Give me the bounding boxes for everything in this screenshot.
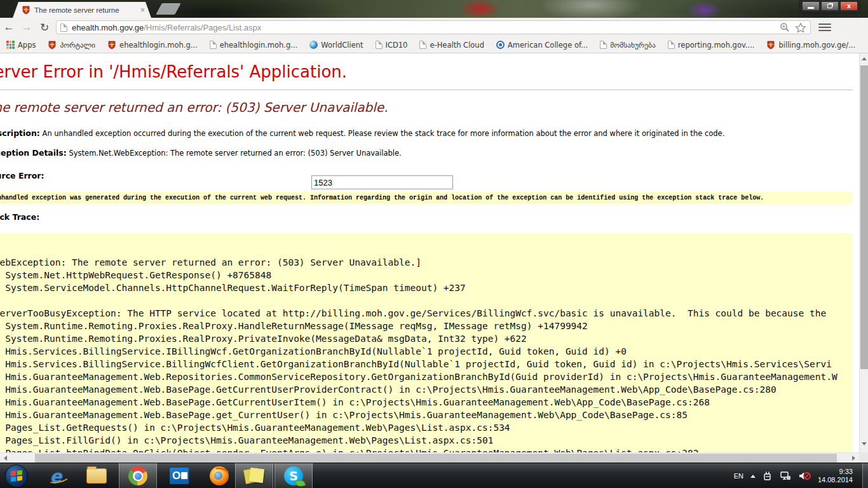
bookmark-label: American College of... xyxy=(508,41,588,50)
taskbar-chrome[interactable] xyxy=(119,463,157,488)
show-hidden-icons-button[interactable] xyxy=(750,475,756,478)
bookmark-worldclient[interactable]: WorldClient xyxy=(309,41,363,50)
sticky-notes-icon xyxy=(245,467,264,485)
apps-grid-icon xyxy=(6,41,15,49)
crest-icon xyxy=(48,41,57,50)
source-error-label: Source Error: xyxy=(0,171,44,180)
description-label: Description: xyxy=(0,128,40,138)
bookmark-star-icon[interactable] xyxy=(795,22,806,33)
error-subtitle: The remote server returned an error: (50… xyxy=(0,100,853,115)
start-button[interactable] xyxy=(5,464,28,487)
zoom-icon[interactable] xyxy=(780,22,790,32)
taskbar-skype[interactable]: S xyxy=(275,463,313,488)
address-bar[interactable]: ehealth.moh.gov.ge/Hmis/Referrals/Pages/… xyxy=(56,20,811,34)
bookmark-label: billing.moh.gov.ge/... xyxy=(778,41,855,50)
start-orb-icon xyxy=(11,470,22,482)
screen: The remote server returne × x ← → ↻ ehea… xyxy=(0,0,868,488)
crest-icon xyxy=(766,41,775,50)
firefox-icon xyxy=(210,466,229,485)
vertical-scrollbar[interactable] xyxy=(859,53,868,452)
bookmark-apps[interactable]: Apps xyxy=(6,41,36,50)
system-tray: EN 9:33 14.08.2014 xyxy=(734,463,853,488)
new-tab-button[interactable] xyxy=(156,3,181,15)
divider xyxy=(0,90,853,90)
scrollbar-corner xyxy=(859,452,868,463)
volume-muted-icon[interactable] xyxy=(798,471,811,481)
bookmark-ehealthlogin-2[interactable]: ehealthlogin.moh.g... xyxy=(210,41,298,50)
page-icon xyxy=(60,24,67,32)
scroll-down-button[interactable] xyxy=(860,438,868,449)
tray-date: 14.08.2014 xyxy=(818,476,853,484)
taskbar-windows-explorer[interactable] xyxy=(78,463,116,488)
source-error-input[interactable] xyxy=(311,175,453,189)
bookmark-billing[interactable]: billing.moh.gov.ge/... xyxy=(766,41,855,50)
page-title: Server Error in '/Hmis/Referrals' Applic… xyxy=(0,62,853,81)
title-bar: The remote server returne × x xyxy=(0,0,868,18)
minimize-button[interactable] xyxy=(802,1,820,11)
tab-title: The remote server returne xyxy=(34,6,138,14)
scroll-right-button[interactable] xyxy=(848,453,859,463)
horizontal-scrollbar[interactable] xyxy=(0,452,859,463)
network-icon[interactable] xyxy=(780,471,791,481)
arrow-up-icon xyxy=(862,57,867,60)
minimize-icon xyxy=(808,7,814,9)
taskbar: e O S EN xyxy=(0,463,868,488)
vertical-scrollbar-thumb[interactable] xyxy=(860,65,868,369)
page-icon xyxy=(210,41,217,49)
stack-trace-label: Stack Trace: xyxy=(0,212,39,222)
browser-toolbar: ← → ↻ ehealth.moh.gov.ge/Hmis/Referrals/… xyxy=(0,18,868,37)
taskbar-sticky-notes[interactable] xyxy=(235,463,273,488)
page-content: Server Error in '/Hmis/Referrals' Applic… xyxy=(0,53,853,158)
bookmark-ehealthlogin-1[interactable]: ehealthlogin.moh.g... xyxy=(107,41,198,50)
scroll-left-button[interactable] xyxy=(0,453,11,463)
globe-icon xyxy=(309,41,318,49)
bookmark-label: ehealthlogin.moh.g... xyxy=(220,41,298,50)
folder-icon xyxy=(86,468,107,484)
bookmark-momsakhureba[interactable]: მომსახურება xyxy=(600,41,656,50)
reload-icon[interactable]: ↻ xyxy=(36,21,53,34)
taskbar-outlook[interactable]: O xyxy=(160,463,198,488)
browser-tab[interactable]: The remote server returne × xyxy=(13,2,151,18)
restore-button[interactable] xyxy=(821,1,839,11)
restore-icon xyxy=(827,4,832,8)
window-controls: x xyxy=(799,0,860,13)
page-icon xyxy=(668,41,675,49)
taskbar-internet-explorer[interactable]: e xyxy=(37,463,75,488)
page-icon xyxy=(376,41,383,49)
exception-label: Exception Details: xyxy=(0,148,67,158)
internet-explorer-icon: e xyxy=(50,466,62,486)
bookmark-label: reporting.moh.gov.... xyxy=(678,41,755,50)
bookmark-icd10[interactable]: ICD10 xyxy=(376,41,408,50)
arrow-down-icon xyxy=(862,442,867,445)
bookmark-reporting[interactable]: reporting.moh.gov.... xyxy=(668,41,755,50)
ring-icon xyxy=(496,41,505,49)
description-text: An unhandled exception occurred during t… xyxy=(43,129,725,138)
stack-trace-text: [WebException: The remote server returne… xyxy=(0,233,853,459)
horizontal-scrollbar-thumb[interactable] xyxy=(35,454,837,463)
bookmark-label: WorldClient xyxy=(321,41,363,50)
back-icon[interactable]: ← xyxy=(0,21,18,34)
arrow-right-icon xyxy=(852,456,855,461)
url-text[interactable]: ehealth.moh.gov.ge/Hmis/Referrals/Pages/… xyxy=(72,23,780,32)
skype-icon: S xyxy=(284,466,303,485)
power-plug-icon[interactable] xyxy=(763,471,773,481)
bookmark-portal[interactable]: პორტალი xyxy=(48,41,95,50)
bookmark-label: e-Health Cloud xyxy=(430,41,484,50)
scroll-up-button[interactable] xyxy=(860,53,868,64)
arrow-left-icon xyxy=(4,456,7,461)
show-desktop-button[interactable] xyxy=(862,463,868,488)
clock[interactable]: 9:33 14.08.2014 xyxy=(818,468,853,484)
menu-icon[interactable] xyxy=(818,22,831,33)
page-icon xyxy=(600,41,607,49)
bookmark-ehealth-cloud[interactable]: e-Health Cloud xyxy=(419,41,484,50)
language-indicator[interactable]: EN xyxy=(734,472,743,480)
tray-time: 9:33 xyxy=(818,468,853,476)
close-button[interactable]: x xyxy=(840,1,858,11)
forward-icon[interactable]: → xyxy=(18,21,36,34)
bookmark-american-college[interactable]: American College of... xyxy=(496,41,588,50)
close-tab-icon[interactable]: × xyxy=(140,6,145,15)
url-domain: ehealth.moh.gov.ge xyxy=(72,23,144,32)
taskbar-firefox[interactable] xyxy=(200,463,238,488)
georgian-crest-favicon-icon xyxy=(22,6,31,15)
bookmark-label: ehealthlogin.moh.g... xyxy=(119,41,198,50)
